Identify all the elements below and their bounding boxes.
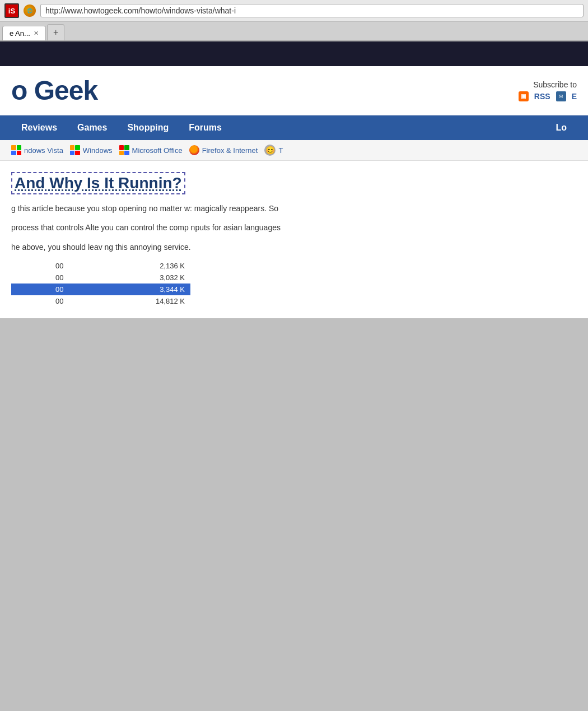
breadcrumb-firefox-label: Firefox & Internet: [202, 146, 258, 155]
subscribe-box: Subscribe to ▣ RSS ✉ E: [519, 80, 577, 101]
nav-more[interactable]: Lo: [545, 115, 577, 140]
address-bar: iS 🌐 http://www.howtogeek.com/howto/wind…: [0, 0, 588, 22]
table-cell-col1: 00: [11, 295, 69, 307]
office-icon: [119, 145, 129, 155]
breadcrumb-avatar[interactable]: 😊 T: [264, 145, 283, 156]
email-icon[interactable]: ✉: [556, 91, 566, 101]
table-row: 002,136 K: [11, 260, 190, 272]
table-row: 003,032 K: [11, 272, 190, 284]
windows-icon: [70, 145, 80, 155]
email-label[interactable]: E: [572, 92, 577, 101]
table-cell-col2: 2,136 K: [69, 260, 190, 272]
table-cell-col2: 3,344 K: [69, 284, 190, 295]
breadcrumb-windows[interactable]: Windows: [70, 145, 113, 155]
rss-icon[interactable]: ▣: [519, 91, 529, 101]
subscribe-links: ▣ RSS ✉ E: [519, 91, 577, 101]
breadcrumb-windows-vista[interactable]: ndows Vista: [11, 145, 63, 155]
table-cell-col2: 14,812 K: [69, 295, 190, 307]
data-table: 002,136 K003,032 K003,344 K0014,812 K: [11, 260, 190, 307]
breadcrumb-windows-label: Windows: [83, 146, 113, 155]
page-content: o Geek Subscribe to ▣ RSS ✉ E Reviews Ga…: [0, 41, 588, 318]
table-cell-col2: 3,032 K: [69, 272, 190, 284]
breadcrumb-nav: ndows Vista Windows Microsoft Office Fir…: [0, 140, 588, 161]
site-nav: Reviews Games Shopping Forums Lo: [0, 115, 588, 140]
article-area: And Why Is It Runnin? g this article bec…: [0, 161, 588, 318]
breadcrumb-t-label: T: [278, 146, 283, 155]
tab-bar: e An... ✕ +: [0, 22, 588, 41]
article-paragraph-3: he above, you should leav ng this annoyi…: [11, 241, 577, 253]
site-header: o Geek Subscribe to ▣ RSS ✉ E: [0, 66, 588, 115]
article-title: And Why Is It Runnin?: [11, 172, 185, 194]
table-row: 003,344 K: [11, 284, 190, 295]
article-paragraph-2: process that controls Alte you can contr…: [11, 221, 577, 234]
active-tab[interactable]: e An... ✕: [2, 26, 46, 40]
nav-forums[interactable]: Forums: [179, 115, 232, 140]
avatar-icon: 😊: [264, 145, 276, 156]
table-row: 0014,812 K: [11, 295, 190, 307]
subscribe-label: Subscribe to: [519, 80, 577, 89]
breadcrumb-windows-vista-label: ndows Vista: [24, 146, 63, 155]
breadcrumb-firefox[interactable]: Firefox & Internet: [189, 145, 258, 155]
firefox-icon: [189, 145, 199, 155]
isgd-toolbar-icon[interactable]: iS: [4, 3, 19, 18]
table-cell-col1: 00: [11, 272, 69, 284]
table-cell-col1: 00: [11, 284, 69, 295]
breadcrumb-office-label: Microsoft Office: [132, 146, 183, 155]
tab-label: e An...: [10, 29, 30, 38]
nav-shopping[interactable]: Shopping: [117, 115, 179, 140]
site-dark-bar: [0, 41, 588, 66]
tab-close-button[interactable]: ✕: [34, 30, 39, 37]
article-paragraph-1: g this article because you stop opening …: [11, 202, 577, 215]
breadcrumb-office[interactable]: Microsoft Office: [119, 145, 183, 155]
windows-vista-icon: [11, 145, 21, 155]
browser-chrome: iS 🌐 http://www.howtogeek.com/howto/wind…: [0, 0, 588, 41]
nav-games[interactable]: Games: [67, 115, 117, 140]
rss-label[interactable]: RSS: [534, 92, 550, 101]
table-cell-col1: 00: [11, 260, 69, 272]
new-tab-button[interactable]: +: [47, 24, 64, 40]
favicon: 🌐: [24, 4, 36, 17]
url-field[interactable]: http://www.howtogeek.com/howto/windows-v…: [40, 4, 584, 17]
nav-reviews[interactable]: Reviews: [11, 115, 67, 140]
site-logo: o Geek: [11, 75, 97, 106]
